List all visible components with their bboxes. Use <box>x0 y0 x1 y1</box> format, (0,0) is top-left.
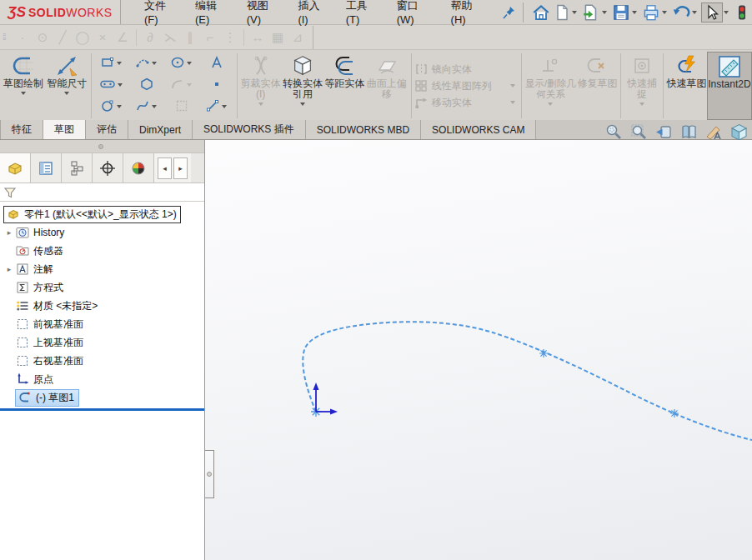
apply-scene-button[interactable] <box>729 122 749 142</box>
mirror-icon[interactable]: ⋋ <box>160 28 180 47</box>
line-button[interactable] <box>199 95 234 117</box>
trim-entities-button[interactable]: 剪裁实体(I) <box>240 52 281 120</box>
section-view-button[interactable] <box>679 122 699 142</box>
arc-icon[interactable]: ∂ <box>140 28 160 47</box>
tab-solidworks-mbd[interactable]: SOLIDWORKS MBD <box>306 120 421 139</box>
slot-button[interactable] <box>94 73 129 95</box>
dimxpertmanager-tab[interactable] <box>93 153 123 182</box>
menu-window[interactable]: 窗口(W) <box>387 0 441 29</box>
move-entities-button[interactable]: 移动实体 <box>414 96 519 110</box>
offset-entities-button[interactable]: 等距实体 <box>324 52 365 120</box>
graphics-area[interactable] <box>205 140 752 560</box>
arc-button[interactable] <box>129 52 164 73</box>
select-tool-button[interactable] <box>700 2 732 23</box>
tab-scroll-right-button[interactable]: ▸ <box>173 158 188 179</box>
angle-icon[interactable]: ⊿ <box>288 28 308 47</box>
featuremanager-tab[interactable] <box>0 153 31 182</box>
previous-view-button[interactable] <box>654 122 674 142</box>
sketch-spline[interactable] <box>303 322 752 440</box>
tree-item-front-plane[interactable]: 前视基准面 <box>0 315 204 333</box>
point-icon[interactable]: · <box>13 28 33 47</box>
tree-item-equations[interactable]: 方程式 <box>0 278 204 297</box>
tree-item-material[interactable]: 材质 <未指定> <box>0 297 204 315</box>
tree-item-sketch1[interactable]: (-) 草图1 <box>0 388 204 407</box>
ellipse-button[interactable] <box>164 52 199 73</box>
tree-filter-row[interactable] <box>0 183 204 202</box>
dropdown-arrow-icon[interactable] <box>510 101 515 107</box>
tab-features[interactable]: 特征 <box>0 120 43 139</box>
dropdown-arrow-icon[interactable] <box>187 62 192 68</box>
undo-button[interactable] <box>670 2 700 23</box>
save-button[interactable] <box>610 2 640 23</box>
dropdown-arrow-icon[interactable] <box>258 102 263 108</box>
zoom-area-button[interactable] <box>629 122 649 142</box>
dropdown-arrow-icon[interactable] <box>724 11 729 17</box>
dropdown-arrow-icon[interactable] <box>118 83 123 89</box>
trim-icon[interactable]: × <box>93 28 113 47</box>
menu-tools[interactable]: 工具(T) <box>336 0 387 29</box>
dropdown-arrow-icon[interactable] <box>662 11 667 17</box>
dropdown-arrow-icon[interactable] <box>152 105 157 111</box>
select-tool-pressed[interactable] <box>701 2 723 22</box>
instant2d-button[interactable]: Instant2D <box>707 52 752 120</box>
line-icon[interactable]: ╱ <box>53 28 73 47</box>
fillet-button[interactable] <box>164 73 199 95</box>
panel-top-splitter[interactable] <box>0 140 204 153</box>
dropdown-arrow-icon[interactable] <box>21 92 26 98</box>
text-button[interactable] <box>199 52 234 73</box>
spline-point-marker[interactable] <box>670 409 679 418</box>
print-button[interactable] <box>640 2 670 23</box>
spline-point-marker[interactable] <box>539 349 548 358</box>
tab-solidworks-cam[interactable]: SOLIDWORKS CAM <box>421 120 536 139</box>
spline-button[interactable] <box>129 95 164 117</box>
dropdown-arrow-icon[interactable] <box>117 105 122 111</box>
tree-root-part[interactable]: 零件1 (默认<<默认>_显示状态 1>) <box>3 205 204 223</box>
dropdown-arrow-icon[interactable] <box>632 11 637 17</box>
tree-item-sensors[interactable]: 传感器 <box>0 242 204 260</box>
dropdown-arrow-icon[interactable] <box>548 102 553 108</box>
tab-scroll-left-button[interactable]: ◂ <box>158 158 172 179</box>
intersection-curve-button[interactable] <box>164 95 199 117</box>
tab-sketch[interactable]: 草图 <box>43 120 86 139</box>
quick-snaps-button[interactable]: 快速捕捉 <box>624 52 661 120</box>
zoom-fit-button[interactable] <box>604 122 624 142</box>
rectangle-button[interactable] <box>94 52 129 73</box>
polygon-button[interactable] <box>129 73 164 95</box>
annotations-visibility-button[interactable] <box>704 122 724 142</box>
toolbar-grip-handle[interactable]: ⁞⁞ <box>3 34 8 41</box>
menu-help[interactable]: 帮助(H) <box>441 0 493 29</box>
menu-file[interactable]: 文件(F) <box>134 0 185 29</box>
propertymanager-tab[interactable] <box>31 153 62 182</box>
dropdown-arrow-icon[interactable] <box>222 105 227 111</box>
new-document-button[interactable] <box>552 2 580 23</box>
parallel-icon[interactable]: ∥ <box>180 28 200 47</box>
corner-icon[interactable]: ⌐ <box>200 28 220 47</box>
repair-sketch-button[interactable]: 修复草图 <box>577 52 618 120</box>
dropdown-arrow-icon[interactable] <box>510 84 515 90</box>
tree-item-right-plane[interactable]: 右视基准面 <box>0 352 204 370</box>
mirror-entities-button[interactable]: 镜向实体 <box>414 62 519 77</box>
rapid-sketch-button[interactable]: 快速草图 <box>666 52 707 120</box>
displaymanager-tab[interactable] <box>123 153 154 182</box>
exit-app-button[interactable] <box>732 2 752 23</box>
open-button[interactable] <box>580 2 610 23</box>
circle-icon[interactable]: ⊙ <box>33 28 53 47</box>
dropdown-arrow-icon[interactable] <box>300 102 305 108</box>
surface-offset-button[interactable]: 曲面上偏移 <box>365 52 409 120</box>
dropdown-arrow-icon[interactable] <box>692 11 697 17</box>
menu-view[interactable]: 视图(V) <box>237 0 288 29</box>
point-button[interactable] <box>199 73 234 95</box>
dropdown-arrow-icon[interactable] <box>117 62 122 68</box>
tab-dimxpert[interactable]: DimXpert <box>128 120 193 139</box>
polygon-icon[interactable]: ◯ <box>73 28 93 47</box>
menu-edit[interactable]: 编辑(E) <box>185 0 237 29</box>
extend-icon[interactable]: ∠ <box>113 28 133 47</box>
dropdown-arrow-icon[interactable] <box>572 11 577 17</box>
tab-evaluate[interactable]: 评估 <box>86 120 128 139</box>
tree-item-annotations[interactable]: ▸ 注解 <box>0 260 204 278</box>
construction-icon[interactable]: ⋮ <box>220 28 240 47</box>
tree-item-top-plane[interactable]: 上视基准面 <box>0 333 204 352</box>
rollback-bar[interactable] <box>0 408 204 411</box>
circle-button[interactable] <box>94 95 129 117</box>
linear-pattern-button[interactable]: 线性草图阵列 <box>414 79 519 93</box>
